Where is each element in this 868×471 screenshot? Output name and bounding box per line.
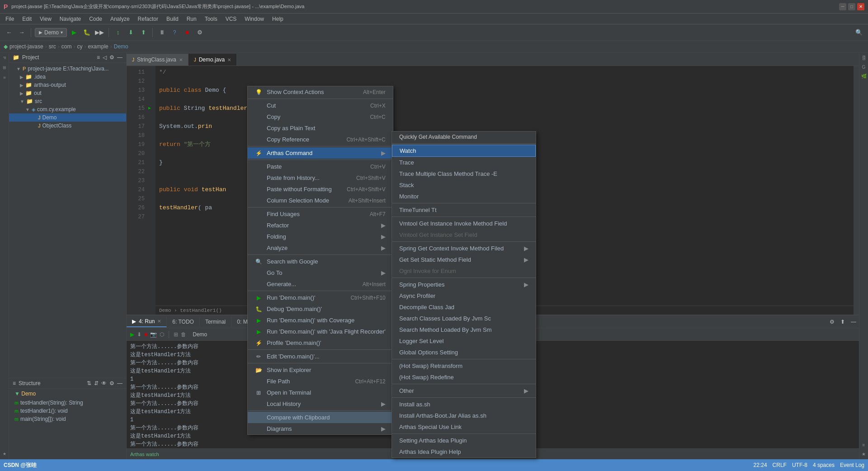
coverage-button[interactable]: ▶▶ bbox=[94, 27, 105, 38]
ctx-copy[interactable]: Copy Ctrl+C bbox=[248, 111, 393, 122]
breadcrumb-demo[interactable]: Demo bbox=[114, 43, 128, 50]
menu-file[interactable]: File bbox=[2, 15, 18, 23]
sub-stack[interactable]: Stack bbox=[392, 179, 536, 191]
structure-sort2-btn[interactable]: ⇵ bbox=[94, 380, 99, 386]
sub-async-profiler[interactable]: Async Profiler bbox=[392, 290, 536, 301]
menu-build[interactable]: Build bbox=[163, 15, 182, 23]
run-trash-icon[interactable]: 🗑 bbox=[181, 331, 186, 338]
tab-run[interactable]: ▶ 4: Run ✕ bbox=[127, 316, 167, 327]
run-config[interactable]: ▶ Demo ▾ bbox=[35, 28, 67, 37]
sub-logger[interactable]: Logger Set Level bbox=[392, 335, 536, 347]
sub-quickly-get[interactable]: Quickly Get Available Command bbox=[392, 132, 536, 142]
title-bar-controls[interactable]: ─ □ ✕ bbox=[839, 3, 864, 10]
ctx-show-explorer[interactable]: 📂 Show in Explorer bbox=[248, 364, 393, 376]
menu-analyze[interactable]: Analyze bbox=[107, 15, 133, 23]
menu-navigate[interactable]: Navigate bbox=[56, 15, 85, 23]
menu-vcs[interactable]: VCS bbox=[222, 15, 241, 23]
sub-other[interactable]: Other ▶ bbox=[392, 385, 536, 396]
ctx-refactor[interactable]: Refactor ▶ bbox=[248, 220, 393, 231]
tab-demo[interactable]: J Demo.java ✕ bbox=[189, 54, 237, 66]
struct-method-3[interactable]: m main(String[]): void bbox=[9, 415, 126, 423]
ctx-find-usages[interactable]: Find Usages Alt+F7 bbox=[248, 208, 393, 220]
close-button[interactable]: ✕ bbox=[857, 3, 864, 10]
favorites-button[interactable]: ★ bbox=[1, 450, 8, 457]
help-button[interactable]: ? bbox=[169, 27, 180, 38]
breadcrumb-com[interactable]: com bbox=[61, 43, 72, 50]
structure-close-btn[interactable]: — bbox=[117, 380, 123, 386]
maximize-button[interactable]: □ bbox=[848, 3, 855, 10]
tree-item-idea[interactable]: ▶ 📁 .idea bbox=[9, 73, 126, 81]
rt-spring-btn[interactable]: 🌿 bbox=[860, 72, 868, 80]
menu-window[interactable]: Window bbox=[241, 15, 268, 23]
sub-spring-properties[interactable]: Spring Properties ▶ bbox=[392, 279, 536, 290]
menu-refactor[interactable]: Refactor bbox=[134, 15, 162, 23]
sub-hotswap-redefine[interactable]: (Hot Swap) Redefine bbox=[392, 372, 536, 383]
bottom-close-btn[interactable]: — bbox=[848, 316, 859, 327]
editor-scrollbar[interactable] bbox=[854, 66, 859, 315]
tree-item-package[interactable]: ▼ ◈ com.cy.example bbox=[9, 105, 126, 113]
sub-plugin-help[interactable]: Arthas Idea Plugin Help bbox=[392, 446, 536, 457]
minimize-button[interactable]: ─ bbox=[839, 3, 846, 10]
run-down-icon[interactable]: ⬇ bbox=[137, 331, 142, 338]
sub-trace-multiple[interactable]: Trace Multiple Class Method Trace -E bbox=[392, 168, 536, 179]
run-copy-icon[interactable]: ⬡ bbox=[160, 331, 164, 338]
ctx-run-main[interactable]: ▶ Run 'Demo.main()' Ctrl+Shift+F10 bbox=[248, 292, 393, 303]
breadcrumb-src[interactable]: src bbox=[49, 43, 56, 50]
project-panel-button[interactable]: P bbox=[1, 54, 8, 61]
ctx-column-mode[interactable]: Column Selection Mode Alt+Shift+Insert bbox=[248, 195, 393, 206]
tab-stringclass[interactable]: J StringClass.java ✕ bbox=[127, 54, 189, 66]
back-button[interactable]: ← bbox=[4, 27, 14, 38]
ctx-edit-config[interactable]: ✏ Edit 'Demo.main()'... bbox=[248, 351, 393, 362]
ctx-diagrams[interactable]: Diagrams ▶ bbox=[248, 423, 393, 434]
tab-todo[interactable]: 6: TODO bbox=[167, 317, 200, 327]
ctx-folding[interactable]: Folding ▶ bbox=[248, 231, 393, 242]
sub-install-boot[interactable]: Install Arthas-Boot.Jar Alias as.sh bbox=[392, 410, 536, 421]
menu-view[interactable]: View bbox=[36, 15, 55, 23]
ctx-run-jfr[interactable]: ▶ Run 'Demo.main()' with 'Java Flight Re… bbox=[248, 326, 393, 337]
status-event-log[interactable]: Event Log bbox=[840, 462, 864, 468]
sub-vmtool-invoke[interactable]: Vmtool Get Instance Invoke Method Field bbox=[392, 218, 536, 229]
sub-spring-context[interactable]: Spring Get Context Invoke Method Filed ▶ bbox=[392, 243, 536, 254]
ctx-compare-clipboard[interactable]: Compare with Clipboard bbox=[248, 412, 393, 423]
git-push-button[interactable]: ⬆ bbox=[138, 27, 149, 38]
ctx-search-google[interactable]: 🔍 Search with Google bbox=[248, 256, 393, 267]
ctx-generate[interactable]: Generate... Alt+Insert bbox=[248, 278, 393, 290]
menu-tools[interactable]: Tools bbox=[201, 15, 221, 23]
sub-monitor[interactable]: Monitor bbox=[392, 191, 536, 202]
sidebar-close[interactable]: — bbox=[117, 54, 123, 61]
sub-special-link[interactable]: Arthas Special Use Link bbox=[392, 421, 536, 433]
sub-get-set-static[interactable]: Get Set Static Method Field ▶ bbox=[392, 254, 536, 265]
rt-database-btn[interactable]: 🗄 bbox=[860, 54, 868, 61]
ctx-copy-ref[interactable]: Copy Reference Ctrl+Alt+Shift+C bbox=[248, 134, 393, 145]
ctx-local-history[interactable]: Local History ▶ bbox=[248, 398, 393, 410]
ctx-goto[interactable]: Go To ▶ bbox=[248, 267, 393, 278]
sub-setting-plugin[interactable]: Setting Arthas Idea Plugin bbox=[392, 435, 536, 446]
run-stop-icon[interactable]: ■ bbox=[144, 331, 147, 338]
sub-hotswap-retransform[interactable]: (Hot Swap) Retransform bbox=[392, 360, 536, 372]
git-button[interactable]: ↕ bbox=[113, 27, 123, 38]
sub-install-ash[interactable]: Install as.sh bbox=[392, 399, 536, 410]
structure-settings-btn[interactable]: ⚙ bbox=[109, 380, 114, 386]
ctx-run-coverage[interactable]: ▶ Run 'Demo.main()' with Coverage bbox=[248, 315, 393, 326]
rt-structure-side-btn[interactable]: ≡ bbox=[860, 441, 868, 448]
menu-help[interactable]: Help bbox=[269, 15, 287, 23]
sidebar-settings[interactable]: ⚙ bbox=[109, 54, 114, 61]
run-scroll-icon[interactable]: ⊞ bbox=[174, 331, 178, 338]
forward-button[interactable]: → bbox=[16, 27, 27, 38]
ctx-paste-nofmt[interactable]: Paste without Formatting Ctrl+Alt+Shift+… bbox=[248, 184, 393, 195]
rt-favorites-side-btn[interactable]: ★ bbox=[860, 450, 868, 457]
ctx-paste[interactable]: Paste Ctrl+V bbox=[248, 161, 393, 172]
run-camera-icon[interactable]: 📷 bbox=[150, 331, 157, 338]
sub-timetunnel[interactable]: TimeTunnel Tt bbox=[392, 204, 536, 216]
ctx-arthas-command[interactable]: ⚡ Arthas Command ▶ bbox=[248, 147, 393, 159]
sidebar-collapse[interactable]: ◁ bbox=[103, 54, 107, 61]
menu-run[interactable]: Run bbox=[183, 15, 200, 23]
tab-close-run[interactable]: ✕ bbox=[157, 319, 161, 324]
ctx-profile[interactable]: ⚡ Profile 'Demo.main()' bbox=[248, 337, 393, 349]
tab-close-2[interactable]: ✕ bbox=[227, 57, 231, 62]
sub-search-classes[interactable]: Search Classes Loaded By Jvm Sc bbox=[392, 313, 536, 324]
ctx-analyze[interactable]: Analyze ▶ bbox=[248, 242, 393, 254]
tree-item-arthas[interactable]: ▶ 📁 arthas-output bbox=[9, 81, 126, 89]
sub-trace[interactable]: Trace bbox=[392, 157, 536, 168]
breadcrumb-project[interactable]: project-javase bbox=[9, 43, 43, 50]
